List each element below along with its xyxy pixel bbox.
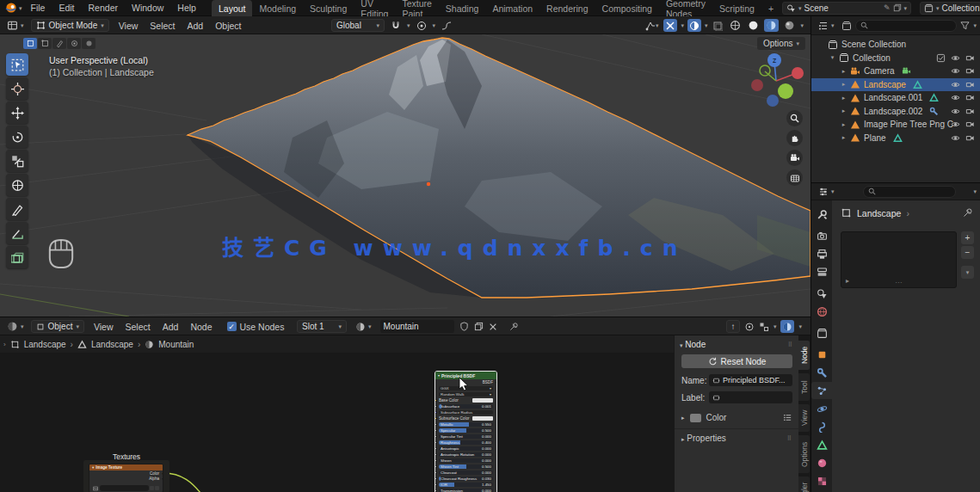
properties-tab-texture[interactable] <box>811 472 832 489</box>
outliner-search-input[interactable] <box>855 20 958 32</box>
tool-scale-button[interactable] <box>6 150 28 172</box>
eye-toggle-icon[interactable] <box>951 107 960 116</box>
camera-view-button[interactable] <box>786 150 803 166</box>
color-presets-icon[interactable] <box>783 413 792 422</box>
input-socket[interactable] <box>435 483 437 486</box>
show-gizmo-dropdown[interactable]: ▾ <box>644 19 661 32</box>
outliner-row-landscape-001[interactable]: ▸Landscape.001 <box>811 91 980 105</box>
bsdf-row-clearcoat[interactable]: Clearcoat0.000 <box>435 470 496 476</box>
disclosure-arrow-icon[interactable]: ▸ <box>839 134 848 141</box>
input-socket[interactable] <box>435 399 437 402</box>
tool-add-cube-button[interactable] <box>6 246 28 268</box>
outliner-row-plane[interactable]: ▸Plane <box>811 132 980 145</box>
bsdf-row-random-walk[interactable]: Random Walk▾ <box>435 391 496 397</box>
image-new-button[interactable] <box>155 486 159 490</box>
camera-toggle-icon[interactable] <box>965 107 975 116</box>
shader-editor[interactable]: ▾ Object ▾ ViewSelectAddNode ✓ Use Nodes… <box>0 317 811 492</box>
properties-tab-material[interactable] <box>811 454 832 471</box>
bsdf-row-base-color[interactable]: Base Color <box>435 397 496 403</box>
input-socket[interactable] <box>435 477 437 480</box>
shading-solid-icon[interactable] <box>746 19 761 32</box>
bsdf-row-subsurface[interactable]: Subsurface0.001 <box>435 403 496 409</box>
gizmo-x-neg-axis[interactable] <box>751 79 763 91</box>
mode-strip-object-icon[interactable] <box>23 38 37 49</box>
menu-window[interactable]: Window <box>125 3 170 13</box>
shading-rendered-icon[interactable] <box>782 19 797 32</box>
snap-target-icon[interactable] <box>744 322 755 332</box>
breadcrumb-mesh-name[interactable]: Landscape <box>91 340 133 349</box>
exclude-toggle-icon[interactable] <box>936 53 946 63</box>
workspace-tab-rendering[interactable]: Rendering <box>539 0 595 16</box>
mode-strip-vertex-paint-icon[interactable] <box>67 38 81 49</box>
input-socket[interactable] <box>435 411 437 414</box>
list-specials-button[interactable]: ▾ <box>961 266 974 279</box>
editor-type-button[interactable]: ▾ <box>3 19 28 32</box>
properties-tab-render[interactable] <box>811 227 832 244</box>
shader-menu-view[interactable]: View <box>88 322 120 332</box>
snap-caret-icon[interactable]: ▾ <box>407 22 410 28</box>
workspace-tab-uv-editing[interactable]: UV Editing <box>354 0 395 16</box>
zoom-button[interactable] <box>786 110 803 126</box>
outliner-row-image-pine-tree-png-c[interactable]: ▸Image Pine Tree Png C <box>811 118 980 132</box>
sidebar-tab-view[interactable]: View <box>798 404 810 432</box>
breadcrumb-object-name[interactable]: Landscape <box>24 340 66 349</box>
input-socket[interactable] <box>435 429 437 432</box>
properties-tab-world[interactable] <box>811 303 832 320</box>
panel-drag-dots-icon[interactable]: ⠿ <box>788 341 793 348</box>
image-datablock-row[interactable] <box>89 484 163 492</box>
output-socket[interactable] <box>162 477 164 480</box>
eye-toggle-icon[interactable] <box>951 53 960 63</box>
node-name-field[interactable]: Principled BSDF... <box>709 374 792 386</box>
bsdf-row-anisotropic[interactable]: Anisotropic0.000 <box>435 446 496 452</box>
transform-orientation-dropdown[interactable]: Global ▾ <box>331 19 385 32</box>
tool-select-box-button[interactable] <box>6 53 28 76</box>
toggle-perspective-button[interactable] <box>786 169 803 186</box>
viewport-menu-select[interactable]: Select <box>144 21 181 31</box>
panel-drag-dots-icon[interactable]: ⠿ <box>787 435 792 442</box>
workspace-tab-compositing[interactable]: Compositing <box>595 0 659 16</box>
viewport-menu-add[interactable]: Add <box>182 21 210 31</box>
node-snap-caret-icon[interactable]: ▾ <box>774 323 777 329</box>
bsdf-row-specular-tint[interactable]: Specular Tint0.000 <box>435 434 496 440</box>
input-socket[interactable] <box>435 453 437 456</box>
properties-panel-row[interactable]: ▸ Properties ⠿ <box>681 434 792 443</box>
preview-shading-icon[interactable] <box>780 320 794 333</box>
outliner-item-label[interactable]: Camera <box>864 66 895 76</box>
properties-tab-object-data[interactable] <box>811 436 832 453</box>
outliner-item-label[interactable]: Landscape.002 <box>864 107 922 116</box>
breadcrumb-chevron-icon[interactable]: › <box>3 341 6 348</box>
preview-shading-caret-icon[interactable]: ▾ <box>798 323 802 329</box>
eye-toggle-icon[interactable] <box>951 133 960 143</box>
new-collection-icon[interactable] <box>841 21 852 31</box>
workspace-tab-animation[interactable]: Animation <box>485 0 539 16</box>
tool-transform-button[interactable] <box>6 174 28 196</box>
bsdf-row-clearcoat-roughness[interactable]: Clearcoat Roughness0.030 <box>435 476 496 482</box>
shader-menu-select[interactable]: Select <box>120 322 157 332</box>
node-snap-icon[interactable] <box>759 322 769 332</box>
workspace-tab-shading[interactable]: Shading <box>439 0 486 16</box>
properties-tab-modifiers[interactable] <box>811 364 832 381</box>
disclosure-arrow-icon[interactable]: ▸ <box>839 81 848 88</box>
input-socket[interactable] <box>435 423 437 426</box>
reset-node-button[interactable]: Reset Node <box>681 354 792 368</box>
input-socket[interactable] <box>435 471 437 474</box>
camera-toggle-icon[interactable] <box>965 53 975 63</box>
eye-toggle-icon[interactable] <box>951 66 960 76</box>
gizmos-toggle-icon[interactable] <box>663 19 677 32</box>
shader-menu-add[interactable]: Add <box>157 322 185 332</box>
color-panel-row[interactable]: ▸ Color <box>681 413 792 422</box>
workspace-tab-texture-paint[interactable]: Texture Paint <box>395 0 438 16</box>
input-socket[interactable] <box>435 447 437 450</box>
properties-tab-scene[interactable] <box>811 285 832 302</box>
particle-list-box[interactable]: ▸ … <box>841 231 957 288</box>
workspace-tab-layout[interactable]: Layout <box>212 0 253 16</box>
xray-toggle-icon[interactable] <box>711 19 724 32</box>
outliner-row-collection[interactable]: ▾Collection <box>811 52 980 65</box>
bsdf-output-socket[interactable] <box>496 381 498 384</box>
breadcrumb-material-name[interactable]: Mountain <box>158 340 194 349</box>
properties-search-input[interactable] <box>863 186 956 198</box>
mode-strip-weight-paint-icon[interactable] <box>82 38 96 49</box>
scene-name[interactable]: Scene <box>804 3 881 13</box>
material-slot-dropdown[interactable]: Slot 1 ▾ <box>297 320 347 333</box>
scene-edit-icon[interactable]: ✎ <box>884 3 891 12</box>
